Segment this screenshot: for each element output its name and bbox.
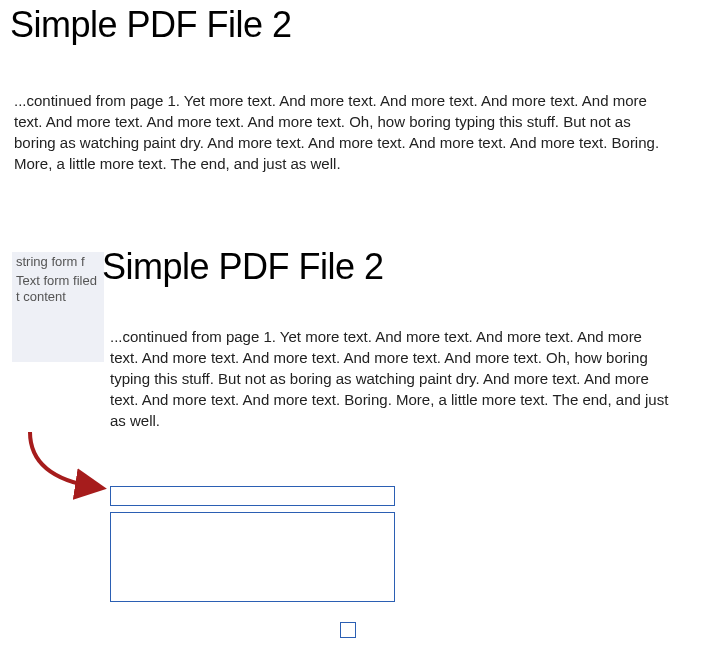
form-field-label: string form f xyxy=(16,254,100,269)
overlay-page-body-text: ...continued from page 1. Yet more text.… xyxy=(110,326,670,431)
page-title: Simple PDF File 2 xyxy=(10,4,292,46)
checkbox-field[interactable] xyxy=(340,622,356,638)
page-body-text: ...continued from page 1. Yet more text.… xyxy=(14,90,664,174)
text-field-single[interactable] xyxy=(110,486,395,506)
form-field-content: Text form filed t content xyxy=(16,273,100,304)
text-field-multiline[interactable] xyxy=(110,512,395,602)
overlay-page-title: Simple PDF File 2 xyxy=(102,246,384,288)
annotation-arrow-icon xyxy=(20,422,110,502)
form-field-preview: string form f Text form filed t content xyxy=(12,252,104,362)
